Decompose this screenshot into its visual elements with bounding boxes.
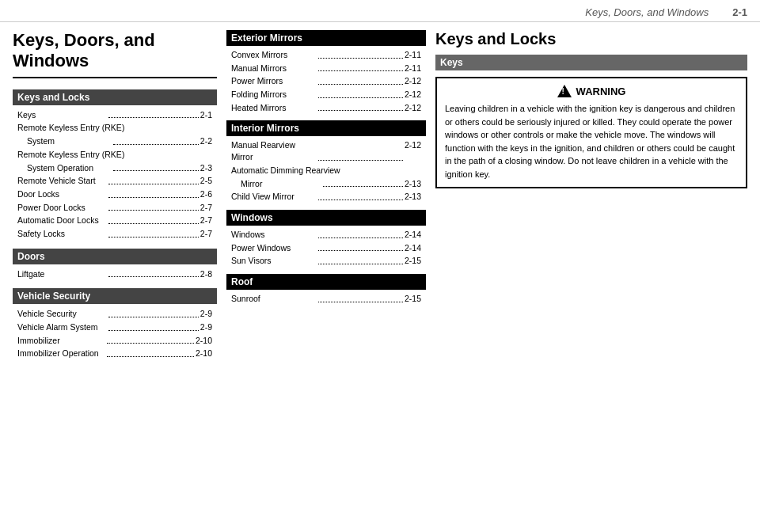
toc-item: Child View Mirror 2-13 [226,190,426,203]
section-header-doors: Doors [13,249,217,264]
toc-item: Safety Locks 2-7 [13,227,217,241]
section-header-roof: Roof [226,274,426,290]
toc-item: Manual Rearview Mirror 2-12 [226,139,426,163]
header-page-num: 2-1 [732,6,747,18]
toc-item: Heated Mirrors 2-12 [226,101,426,115]
toc-item: Liftgate 2-8 [13,268,217,281]
warning-body: Leaving children in a vehicle with the i… [445,102,738,180]
toc-item: Immobilizer Operation 2-10 [13,347,217,360]
main-content: Keys, Doors, and Windows Keys and Locks … [0,22,760,526]
right-subheader: Keys [435,55,747,70]
toc-item: System 2-2 [13,135,217,148]
left-column: Keys, Doors, and Windows Keys and Locks … [13,30,217,518]
warning-box: WARNING Leaving children in a vehicle wi… [435,77,747,188]
warning-label: WARNING [576,86,626,97]
chapter-title: Keys, Doors, and Windows [13,30,217,78]
section-header-keys-locks: Keys and Locks [13,89,217,105]
section-header-exterior-mirrors: Exterior Mirrors [226,30,426,46]
right-column: Keys and Locks Keys WARNING Leaving chil… [435,30,747,518]
middle-column: Exterior Mirrors Convex Mirrors 2-11 Man… [226,30,426,518]
section-header-vehicle-security: Vehicle Security [13,288,217,304]
warning-title: WARNING [445,85,738,97]
toc-item: Keys 2-1 [13,108,217,122]
section-header-windows: Windows [226,210,426,226]
right-section-title: Keys and Locks [435,30,747,48]
toc-item: Sunroof 2-15 [226,292,426,306]
page-header: Keys, Doors, and Windows 2-1 [0,0,760,22]
toc-item: Sun Visors 2-15 [226,254,426,268]
warning-triangle-icon [557,85,572,97]
header-title: Keys, Doors, and Windows [585,6,709,18]
section-header-interior-mirrors: Interior Mirrors [226,120,426,136]
